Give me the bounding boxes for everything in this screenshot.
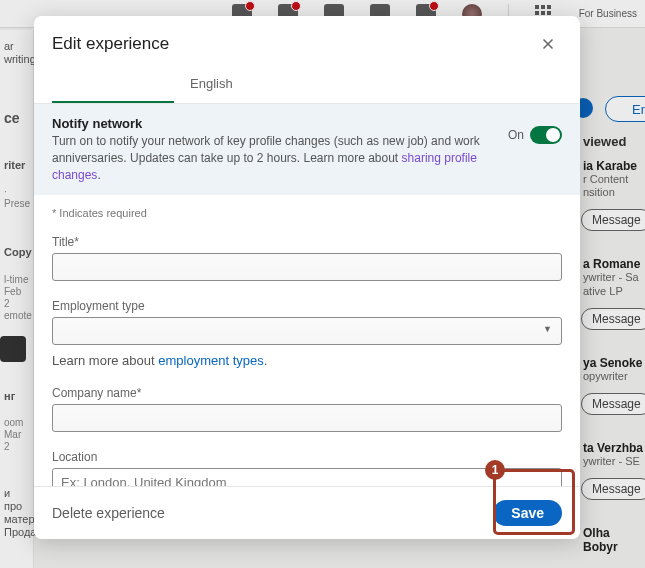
notify-heading: Notify network bbox=[52, 116, 492, 131]
company-input[interactable] bbox=[52, 404, 562, 432]
company-label: Company name* bbox=[52, 386, 562, 400]
notify-description: Turn on to notify your network of key pr… bbox=[52, 133, 492, 183]
toggle-label: On bbox=[508, 128, 524, 142]
title-input[interactable] bbox=[52, 253, 562, 281]
save-button[interactable]: Save bbox=[493, 500, 562, 526]
annotation-number: 1 bbox=[485, 460, 505, 480]
employment-types-link[interactable]: employment types bbox=[158, 353, 264, 368]
required-note: * Indicates required bbox=[52, 207, 562, 219]
notify-toggle[interactable] bbox=[530, 126, 562, 144]
delete-experience-link[interactable]: Delete experience bbox=[52, 505, 165, 521]
employment-learn-more: Learn more about employment types. bbox=[52, 353, 562, 368]
title-label: Title* bbox=[52, 235, 562, 249]
employment-type-select[interactable] bbox=[52, 317, 562, 345]
close-icon bbox=[539, 35, 557, 53]
location-label: Location bbox=[52, 450, 562, 464]
tab-primary[interactable] bbox=[52, 68, 174, 103]
modal-footer: Delete experience Save bbox=[34, 486, 580, 539]
employment-type-label: Employment type bbox=[52, 299, 562, 313]
language-tabs: English bbox=[34, 68, 580, 104]
modal-title: Edit experience bbox=[52, 34, 169, 54]
modal-body[interactable]: Notify network Turn on to notify your ne… bbox=[34, 104, 580, 486]
tab-english[interactable]: English bbox=[174, 68, 249, 103]
close-button[interactable] bbox=[534, 30, 562, 58]
notify-network-box: Notify network Turn on to notify your ne… bbox=[34, 104, 580, 195]
